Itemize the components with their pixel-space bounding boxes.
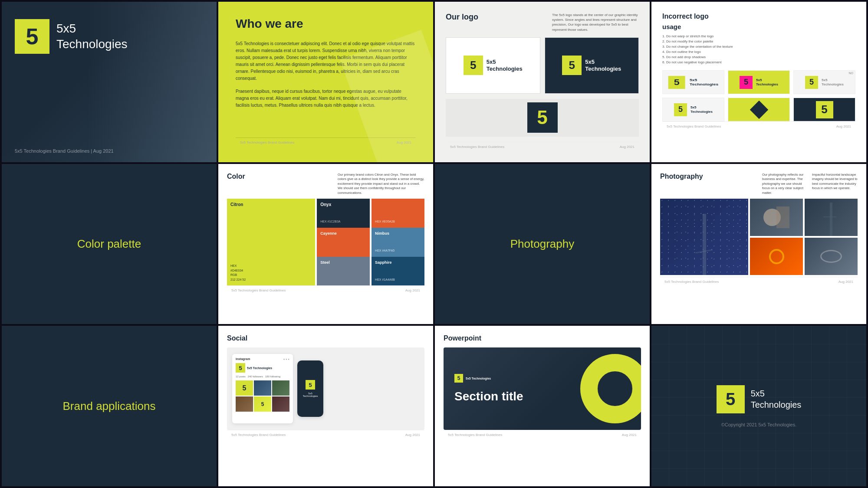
phone-logo-sq: 5 — [306, 380, 315, 390]
logo-variant-light: 5 5x5 Technologies — [446, 37, 540, 94]
color-desc: Our primary brand colors Citron and Onyx… — [338, 173, 424, 196]
powerpoint-heading: Powerpoint — [444, 334, 641, 342]
color-swatches-row1: Citron HEX#D4E034RGB212 224 52 Onyx HEX … — [227, 199, 424, 285]
social-slide: Social Instagram ● ● ● 5 5x5 Technologie… — [218, 326, 433, 486]
main-grid: 5 5x5 Technologies 5x5 Technologies Bran… — [0, 0, 868, 488]
photography-slide: Photography Our photography reflects our… — [651, 164, 866, 324]
who-we-are-heading: Who we are — [236, 17, 416, 31]
incorrect-logo-grid: 5 5x5Technologies 5 5x5Technologies 5 5x… — [662, 70, 855, 121]
color-footer-left: 5x5 Technologies Brand Guidelines — [231, 288, 286, 292]
photography-label: Photography — [435, 164, 650, 324]
logo-variant-dark-text: 5x5 Technologies — [585, 59, 621, 72]
social-footer-left: 5x5 Technologies Brand Guidelines — [231, 433, 286, 437]
incorrect-logo-footer-right: Aug 2021 — [836, 124, 851, 128]
logo-variant-light-sq: 5 — [464, 56, 483, 75]
who-we-are-footer-left: 5x5 Technologies Brand Guidelines — [240, 141, 294, 144]
photo-cell-stars — [660, 199, 748, 275]
cover-logo-number: 5 — [26, 23, 39, 49]
incorrect-item-6: 5 — [793, 98, 855, 121]
end-slide: 5 5x5 Technologies ©Copyright 2021 5x5 T… — [651, 326, 866, 486]
social-mockup: Instagram ● ● ● 5 5x5 Technologies 12 po… — [227, 347, 424, 430]
logo-variant-dark: 5 5x5 Technologies — [545, 37, 639, 94]
incorrect-logo-items: 1. Do not warp or stretch the logo 2. Do… — [662, 34, 855, 65]
color-slide: Color Our primary brand colors Citron an… — [218, 164, 433, 324]
ig-posts-grid: 5 5 — [236, 380, 289, 412]
ig-name: 5x5 Technologies — [247, 367, 272, 370]
brand-applications-label: Brand applications — [2, 326, 217, 486]
incorrect-item-4: 5 5x5Technologies — [662, 98, 724, 121]
end-logo: 5 5x5 Technologies — [717, 385, 802, 413]
brand-applications-title: Brand applications — [63, 400, 156, 413]
copyright-text: ©Copyright 2021 5x5 Technologies. — [721, 422, 797, 427]
ig-logo-sq: 5 — [236, 363, 245, 373]
cover-logo-square: 5 — [15, 19, 49, 54]
instagram-mockup: Instagram ● ● ● 5 5x5 Technologies 12 po… — [232, 354, 293, 423]
incorrect-item-2: 5 5x5Technologies — [728, 70, 790, 94]
our-logo-slide: Our logo The 5x5 logo stands at the cent… — [435, 2, 650, 162]
cover-company-name: 5x5 Technologies — [56, 21, 127, 52]
ig-post-6 — [272, 396, 289, 412]
photo-desc1: Our photography reflects our business an… — [762, 173, 808, 196]
color-palette-title: Color palette — [77, 237, 141, 251]
incorrect-item-1: 5 5x5Technologies — [662, 70, 724, 94]
incorrect-logo-footer-left: 5x5 Technologies Brand Guidelines — [667, 124, 721, 128]
cover-slide: 5 5x5 Technologies 5x5 Technologies Bran… — [2, 2, 217, 162]
color-palette-label: Color palette — [2, 164, 217, 324]
color-footer-right: Aug 2021 — [405, 288, 420, 292]
photo-cell-orange — [750, 238, 803, 275]
incorrect-item-5: 5 — [728, 98, 790, 121]
our-logo-footer-left: 5x5 Technologies Brand Guidelines — [450, 145, 504, 149]
our-logo-footer-right: Aug 2021 — [620, 145, 635, 149]
powerpoint-slide: Powerpoint 5 5x5 Technologies Section ti… — [435, 326, 650, 486]
photo-cell-people — [750, 199, 803, 236]
swatch-onyx: Onyx HEX #1C2B3A Cayenne Steel — [317, 199, 370, 285]
logo-variant-dark-sq: 5 — [562, 56, 582, 75]
ppt-mockup: 5 5x5 Technologies Section title — [444, 347, 641, 430]
swatch-bottom-group: HEX #E05A2B Nimbus HEX #4A7FA5 Sapphire … — [372, 199, 424, 285]
ig-post-5: 5 — [254, 396, 271, 412]
ppt-logo-row: 5 5x5 Technologies — [454, 374, 630, 383]
ppt-section-title: Section title — [454, 389, 630, 404]
photography-title: Photography — [510, 237, 574, 251]
phone-mockup: 5 5x5Technologies — [297, 360, 323, 417]
photo-desc2: Impactful horizontal landscape imagery s… — [812, 173, 858, 196]
photography-footer-right: Aug 2021 — [838, 280, 853, 284]
end-logo-text: 5x5 Technologies — [751, 388, 802, 410]
who-we-are-slide: Who we are 5x5 Technologies is consectet… — [218, 2, 433, 162]
powerpoint-footer-left: 5x5 Technologies Brand Guidelines — [448, 433, 502, 437]
photo-grid — [660, 199, 858, 277]
social-footer-right: Aug 2021 — [405, 433, 420, 437]
ig-post-3 — [272, 380, 289, 396]
our-logo-desc: The 5x5 logo stands at the center of our… — [552, 13, 639, 32]
photography-footer-left: 5x5 Technologies Brand Guidelines — [664, 280, 719, 284]
cover-logo-block: 5 5x5 Technologies — [15, 19, 127, 54]
ig-post-4 — [236, 396, 253, 412]
cover-footer: 5x5 Technologies Brand Guidelines | Aug … — [15, 148, 114, 154]
ig-post-1: 5 — [236, 380, 253, 396]
photo-cell-tower-sm — [805, 199, 858, 236]
social-heading: Social — [227, 334, 424, 342]
ig-stats: 12 posts 240 followers 180 following — [236, 375, 289, 378]
incorrect-item-3: 5 5x5Technologies NO — [793, 70, 855, 94]
incorrect-logo-slide: Incorrect logo usage 1. Do not warp or s… — [651, 2, 866, 162]
ig-post-2 — [254, 380, 271, 396]
end-logo-sq: 5 — [717, 385, 745, 413]
ppt-logo-name: 5x5 Technologies — [466, 377, 491, 380]
swatch-citron: Citron HEX#D4E034RGB212 224 52 — [227, 199, 315, 285]
photo-cell-industrial — [805, 238, 858, 275]
ppt-logo-sq: 5 — [454, 374, 463, 383]
powerpoint-footer-right: Aug 2021 — [622, 433, 637, 437]
our-logo-heading: Our logo — [446, 13, 478, 22]
incorrect-logo-heading: Incorrect logo — [662, 13, 855, 20]
incorrect-logo-subheading: usage — [662, 23, 855, 30]
logo-variant-light-text: 5x5 Technologies — [487, 59, 523, 72]
color-heading: Color — [227, 173, 245, 180]
logo-variant-icon-only: 5 — [446, 99, 639, 137]
photography-heading: Photography — [660, 173, 703, 194]
